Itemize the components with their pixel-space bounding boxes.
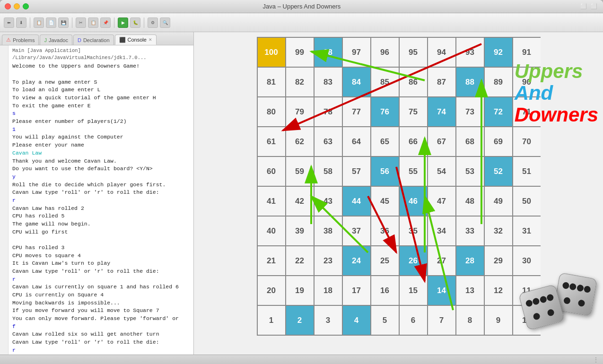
board-cell-54: 54	[428, 157, 455, 186]
console-line: CPU has rolled 5	[12, 212, 190, 220]
dot	[532, 312, 540, 320]
dot	[525, 299, 533, 307]
toolbar-btn-2[interactable]: ⬇	[16, 17, 26, 28]
window-icon-1: ⬜	[580, 3, 588, 10]
console-line: Cavan Law type 'roll' or 'r' to roll the…	[12, 338, 190, 347]
console-line: y	[12, 173, 190, 181]
board-cell-64: 64	[343, 127, 370, 156]
console-line	[12, 236, 190, 244]
board-cell-15: 15	[400, 276, 427, 305]
console-line: Welcome to the Uppers and Downers Game!	[12, 62, 190, 70]
board-cell-89: 89	[485, 68, 512, 96]
board-cell-77: 77	[343, 97, 370, 126]
side-marker: ⋮	[593, 356, 599, 364]
toolbar-btn-1[interactable]: ⬅	[4, 17, 14, 28]
board-cell-33: 33	[456, 217, 484, 245]
toolbar-btn-8[interactable]: 📌	[100, 17, 111, 28]
minimize-button[interactable]	[14, 3, 20, 9]
maximize-button[interactable]	[23, 3, 29, 9]
board-cell-88: 88	[456, 68, 484, 96]
board-cell-29: 29	[485, 246, 512, 275]
board-cell-53: 53	[456, 157, 484, 186]
toolbar-btn-5[interactable]: 💾	[58, 17, 69, 28]
board-cell-80: 80	[258, 97, 285, 126]
board-cell-22: 22	[286, 246, 314, 275]
window-icon-2: ⬜	[591, 3, 598, 10]
toolbar-btn-3[interactable]: 📋	[34, 17, 44, 28]
console-line: Cavan Law type 'roll' or 'r' to roll the…	[12, 189, 190, 197]
dot	[546, 293, 554, 301]
board-cell-25: 25	[371, 246, 399, 275]
board-cell-79: 79	[286, 97, 314, 126]
board-cell-86: 86	[400, 68, 427, 96]
toolbar-btn-6[interactable]: ✂	[76, 17, 86, 28]
title-downers: Downers	[515, 104, 598, 126]
board-cell-34: 34	[428, 217, 455, 245]
board-cell-4: 4	[343, 306, 370, 335]
tab-console[interactable]: ⬛ Console ✕	[115, 35, 157, 45]
toolbar-separator-1	[30, 17, 30, 28]
tab-javadoc[interactable]: J Javadoc	[40, 35, 72, 45]
board-cell-39: 39	[286, 217, 314, 245]
board-cell-92: 92	[485, 38, 512, 67]
board-cell-74: 74	[428, 97, 455, 126]
board-cell-18: 18	[315, 276, 342, 305]
toolbar-separator-4	[144, 17, 144, 28]
board-cell-62: 62	[286, 127, 314, 156]
console-line: Cavan Law has rolled 2	[12, 205, 190, 213]
board-container: 1009998979695949392918182838485868788899…	[257, 37, 541, 335]
board-cell-94: 94	[428, 38, 455, 67]
board-cell-3: 3	[315, 306, 342, 335]
board-cell-17: 17	[343, 276, 370, 305]
board-cell-50: 50	[513, 187, 541, 216]
board-cell-49: 49	[485, 187, 512, 216]
tab-declaration[interactable]: D Declaration	[73, 35, 114, 45]
board-cell-7: 7	[428, 306, 455, 335]
dice-container	[523, 279, 594, 340]
tab-bar: ⚠ Problems J Javadoc D Declaration ⬛ Con…	[0, 32, 193, 45]
board-cell-75: 75	[400, 97, 427, 126]
game-panel: 1009998979695949392918182838485868788899…	[194, 32, 603, 355]
close-button[interactable]	[5, 3, 11, 9]
board-cell-51: 51	[513, 157, 541, 186]
toolbar-debug-btn[interactable]: 🐛	[130, 17, 140, 28]
problems-icon: ⚠	[6, 37, 11, 43]
title-bar: Java – Uppers And Downers ⬜ ⬜	[0, 0, 603, 13]
ide-panel: ⚠ Problems J Javadoc D Declaration ⬛ Con…	[0, 32, 194, 355]
toolbar-run-btn[interactable]: ▶	[118, 17, 128, 28]
console-line: Thank you and welcome Cavan Law.	[12, 157, 190, 165]
dot	[546, 308, 554, 316]
board-cell-46: 46	[400, 187, 427, 216]
board-cell-70: 70	[513, 127, 541, 156]
board-cell-48: 48	[456, 187, 484, 216]
toolbar-btn-10[interactable]: 🔍	[160, 17, 170, 28]
console-line: You can only move forward. Please type '…	[12, 315, 190, 323]
console-line: CPU will go first	[12, 228, 190, 236]
board-cell-41: 41	[258, 187, 285, 216]
board-cell-78: 78	[315, 97, 342, 126]
console-line: To exit the game enter E	[12, 102, 190, 110]
game-board: 1009998979695949392918182838485868788899…	[257, 37, 541, 336]
board-cell-52: 52	[485, 157, 512, 186]
board-cell-1: 1	[258, 306, 285, 335]
console-close-icon[interactable]: ✕	[149, 37, 152, 42]
board-cell-27: 27	[428, 246, 455, 275]
board-cell-65: 65	[371, 127, 399, 156]
toolbar-btn-7[interactable]: 📋	[88, 17, 98, 28]
toolbar-btn-4[interactable]: 📄	[46, 17, 56, 28]
console-line: r	[12, 347, 190, 355]
board-cell-69: 69	[485, 127, 512, 156]
console-line: To play a new game enter S	[12, 78, 190, 87]
board-cell-63: 63	[315, 127, 342, 156]
board-cell-42: 42	[286, 187, 314, 216]
game-title: Uppers And Downers	[515, 61, 598, 126]
console-line	[12, 70, 190, 78]
tab-problems[interactable]: ⚠ Problems	[2, 35, 39, 45]
dot	[562, 281, 569, 289]
board-cell-30: 30	[513, 246, 541, 275]
title-uppers: Uppers	[515, 61, 598, 82]
console-line: To view a quick tutorial of the game ent…	[12, 94, 190, 102]
console-output[interactable]: Main [Java Application] /Library/Java/Ja…	[9, 45, 193, 355]
toolbar-btn-9[interactable]: ⚙	[148, 17, 158, 28]
board-cell-59: 59	[286, 157, 314, 186]
